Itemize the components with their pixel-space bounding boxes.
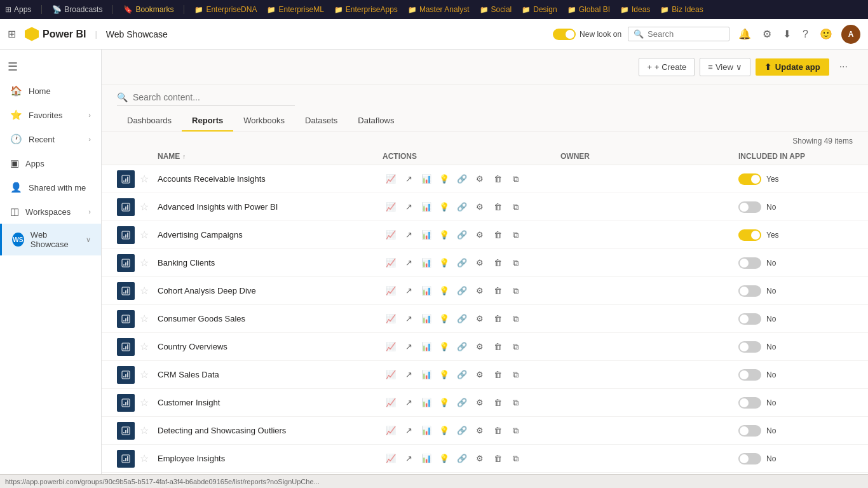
connect-icon[interactable]: 🔗 <box>454 367 470 383</box>
analyze-icon[interactable]: 📊 <box>418 283 435 299</box>
share-icon[interactable]: ↗ <box>400 395 417 411</box>
delete-icon[interactable]: 🗑 <box>489 171 506 187</box>
app-logo[interactable]: Power BI <box>25 27 86 41</box>
favorite-star[interactable]: ☆ <box>140 313 158 325</box>
new-look-switch[interactable] <box>553 29 576 40</box>
sidebar-item-webshowcase[interactable]: WS Web Showcase ∨ <box>0 224 101 255</box>
settings-icon[interactable]: ⚙ <box>471 451 488 467</box>
connect-icon[interactable]: 🔗 <box>454 451 470 467</box>
topbar-broadcasts[interactable]: 📡 Broadcasts <box>52 5 102 14</box>
lightbulb-icon[interactable]: 💡 <box>436 283 452 299</box>
lightbulb-icon[interactable]: 💡 <box>436 311 452 327</box>
lightbulb-icon[interactable]: 💡 <box>436 199 452 215</box>
favorite-star[interactable]: ☆ <box>140 257 158 269</box>
new-look-toggle[interactable]: New look on <box>553 29 621 40</box>
include-toggle[interactable] <box>738 453 761 464</box>
report-name[interactable]: Detecting and Showcasing Outliers <box>158 426 383 435</box>
topbar-globalbi[interactable]: 📁 Global BI <box>567 5 610 14</box>
search-content-input[interactable] <box>133 92 295 102</box>
copy-icon[interactable]: ⧉ <box>507 423 524 439</box>
lightbulb-icon[interactable]: 💡 <box>436 451 452 467</box>
lightbulb-icon[interactable]: 💡 <box>436 339 452 355</box>
favorite-star[interactable]: ☆ <box>140 229 158 241</box>
connect-icon[interactable]: 🔗 <box>454 283 470 299</box>
report-name[interactable]: Advertising Campaigns <box>158 230 383 240</box>
analyze-icon[interactable]: 📊 <box>418 255 435 271</box>
settings-icon[interactable]: ⚙ <box>471 255 488 271</box>
topbar-bookmarks[interactable]: 🔖 Bookmarks <box>123 5 173 14</box>
settings-icon[interactable]: ⚙ <box>471 171 488 187</box>
chart-icon[interactable]: 📈 <box>383 171 399 187</box>
topbar-social[interactable]: 📁 Social <box>480 5 512 14</box>
favorite-star[interactable]: ☆ <box>140 201 158 213</box>
connect-icon[interactable]: 🔗 <box>454 199 470 215</box>
delete-icon[interactable]: 🗑 <box>489 199 506 215</box>
favorite-star[interactable]: ☆ <box>140 369 158 381</box>
download-icon[interactable]: ⬇ <box>780 25 794 43</box>
settings-icon[interactable]: ⚙ <box>471 199 488 215</box>
delete-icon[interactable]: 🗑 <box>489 283 506 299</box>
include-toggle[interactable] <box>738 173 761 185</box>
share-icon[interactable]: ↗ <box>400 367 417 383</box>
topbar-design[interactable]: 📁 Design <box>522 5 557 14</box>
delete-icon[interactable]: 🗑 <box>489 311 506 327</box>
delete-icon[interactable]: 🗑 <box>489 367 506 383</box>
include-toggle[interactable] <box>738 425 761 437</box>
sidebar-item-workspaces[interactable]: ◫ Workspaces › <box>0 200 101 224</box>
include-toggle[interactable] <box>738 397 761 409</box>
sidebar-item-recent[interactable]: 🕐 Recent › <box>0 127 101 151</box>
connect-icon[interactable]: 🔗 <box>454 171 470 187</box>
analyze-icon[interactable]: 📊 <box>418 367 435 383</box>
share-icon[interactable]: ↗ <box>400 339 417 355</box>
emoji-icon[interactable]: 🙂 <box>817 25 835 43</box>
connect-icon[interactable]: 🔗 <box>454 423 470 439</box>
include-toggle[interactable] <box>738 341 761 353</box>
chart-icon[interactable]: 📈 <box>383 339 399 355</box>
lightbulb-icon[interactable]: 💡 <box>436 395 452 411</box>
avatar[interactable]: A <box>841 25 860 44</box>
include-toggle[interactable] <box>738 285 761 297</box>
lightbulb-icon[interactable]: 💡 <box>436 423 452 439</box>
topbar-enterprisedna[interactable]: 📁 EnterpriseDNA <box>194 5 257 14</box>
topbar-ideas[interactable]: 📁 Ideas <box>620 5 650 14</box>
analyze-icon[interactable]: 📊 <box>418 227 435 243</box>
copy-icon[interactable]: ⧉ <box>507 255 524 271</box>
favorite-star[interactable]: ☆ <box>140 396 158 409</box>
settings-icon[interactable]: ⚙ <box>471 395 488 411</box>
copy-icon[interactable]: ⧉ <box>507 283 524 299</box>
report-name[interactable]: Employee Insights <box>158 454 383 463</box>
copy-icon[interactable]: ⧉ <box>507 171 524 187</box>
chart-icon[interactable]: 📈 <box>383 451 399 467</box>
delete-icon[interactable]: 🗑 <box>489 255 506 271</box>
topbar-enterpriseapps[interactable]: 📁 EnterpriseApps <box>334 5 398 14</box>
view-button[interactable]: ≡ View ∨ <box>700 58 750 76</box>
chart-icon[interactable]: 📈 <box>383 255 399 271</box>
report-name[interactable]: Advanced Insights with Power BI <box>158 202 383 212</box>
share-icon[interactable]: ↗ <box>400 171 417 187</box>
include-toggle[interactable] <box>738 201 761 213</box>
header-search[interactable]: 🔍 <box>628 27 729 41</box>
delete-icon[interactable]: 🗑 <box>489 423 506 439</box>
update-app-button[interactable]: ⬆ Update app <box>756 58 829 76</box>
col-name-header[interactable]: NAME ↑ <box>158 152 383 161</box>
sidebar-item-apps[interactable]: ▣ Apps <box>0 151 101 175</box>
settings-icon[interactable]: ⚙ <box>760 25 774 43</box>
report-name[interactable]: Country Overviews <box>158 342 383 351</box>
include-toggle[interactable] <box>738 313 761 325</box>
sidebar-item-home[interactable]: 🏠 Home <box>0 79 101 103</box>
copy-icon[interactable]: ⧉ <box>507 367 524 383</box>
report-name[interactable]: Customer Insight <box>158 398 383 407</box>
sidebar-toggle[interactable]: ☰ <box>0 55 101 79</box>
include-toggle[interactable] <box>738 257 761 269</box>
report-name[interactable]: Banking Clients <box>158 258 383 268</box>
share-icon[interactable]: ↗ <box>400 199 417 215</box>
analyze-icon[interactable]: 📊 <box>418 451 435 467</box>
lightbulb-icon[interactable]: 💡 <box>436 171 452 187</box>
copy-icon[interactable]: ⧉ <box>507 199 524 215</box>
topbar-masteranalyst[interactable]: 📁 Master Analyst <box>408 5 470 14</box>
analyze-icon[interactable]: 📊 <box>418 199 435 215</box>
settings-icon[interactable]: ⚙ <box>471 311 488 327</box>
delete-icon[interactable]: 🗑 <box>489 227 506 243</box>
chart-icon[interactable]: 📈 <box>383 311 399 327</box>
chart-icon[interactable]: 📈 <box>383 367 399 383</box>
